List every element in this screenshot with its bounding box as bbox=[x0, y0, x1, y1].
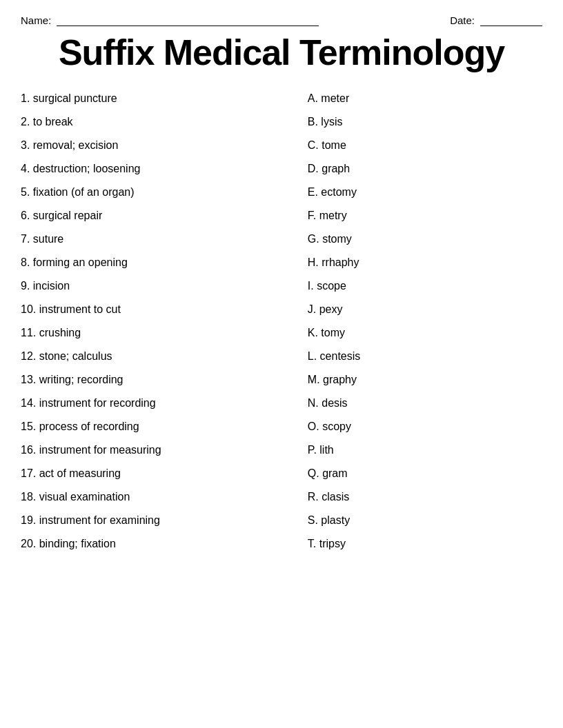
header: Name: Date: bbox=[21, 14, 542, 26]
clue-item: 1. surgical puncture bbox=[21, 87, 308, 110]
answer-item: R. clasis bbox=[308, 485, 542, 509]
clue-item: 3. removal; excision bbox=[21, 134, 308, 157]
answer-item: D. graph bbox=[308, 157, 542, 181]
name-underline bbox=[57, 14, 319, 26]
clue-item: 16. instrument for measuring bbox=[21, 438, 308, 462]
answer-item: A. meter bbox=[308, 87, 542, 110]
clue-item: 2. to break bbox=[21, 110, 308, 134]
answer-item: I. scope bbox=[308, 274, 542, 298]
clue-item: 12. stone; calculus bbox=[21, 345, 308, 368]
clues-column: 1. surgical puncture2. to break3. remova… bbox=[21, 87, 308, 556]
clue-item: 19. instrument for examining bbox=[21, 509, 308, 532]
answer-item: J. pexy bbox=[308, 298, 542, 321]
name-field: Name: bbox=[21, 14, 319, 26]
answer-item: S. plasty bbox=[308, 509, 542, 532]
date-field: Date: bbox=[450, 14, 542, 26]
clue-item: 9. incision bbox=[21, 274, 308, 298]
clue-item: 10. instrument to cut bbox=[21, 298, 308, 321]
main-content: 1. surgical puncture2. to break3. remova… bbox=[21, 87, 542, 556]
clue-item: 6. surgical repair bbox=[21, 204, 308, 228]
clue-item: 8. forming an opening bbox=[21, 251, 308, 274]
clue-item: 13. writing; recording bbox=[21, 368, 308, 392]
answer-item: P. lith bbox=[308, 438, 542, 462]
answer-item: C. tome bbox=[308, 134, 542, 157]
clue-item: 18. visual examination bbox=[21, 485, 308, 509]
answer-item: O. scopy bbox=[308, 415, 542, 438]
date-label: Date: bbox=[450, 14, 475, 26]
clue-item: 15. process of recording bbox=[21, 415, 308, 438]
answer-item: F. metry bbox=[308, 204, 542, 228]
answer-item: N. desis bbox=[308, 392, 542, 415]
clue-item: 5. fixation (of an organ) bbox=[21, 181, 308, 204]
clue-item: 4. destruction; loosening bbox=[21, 157, 308, 181]
clue-item: 11. crushing bbox=[21, 321, 308, 345]
answer-item: T. tripsy bbox=[308, 532, 542, 556]
answer-item: G. stomy bbox=[308, 228, 542, 251]
answer-item: B. lysis bbox=[308, 110, 542, 134]
clue-item: 17. act of measuring bbox=[21, 462, 308, 485]
name-label: Name: bbox=[21, 14, 51, 26]
answer-item: E. ectomy bbox=[308, 181, 542, 204]
answer-item: H. rrhaphy bbox=[308, 251, 542, 274]
clue-item: 7. suture bbox=[21, 228, 308, 251]
page-title: Suffix Medical Terminology bbox=[21, 32, 542, 73]
answers-column: A. meterB. lysisC. tomeD. graphE. ectomy… bbox=[308, 87, 542, 556]
answer-item: L. centesis bbox=[308, 345, 542, 368]
answer-item: M. graphy bbox=[308, 368, 542, 392]
answer-item: K. tomy bbox=[308, 321, 542, 345]
clue-item: 14. instrument for recording bbox=[21, 392, 308, 415]
clue-item: 20. binding; fixation bbox=[21, 532, 308, 556]
answer-item: Q. gram bbox=[308, 462, 542, 485]
date-underline bbox=[480, 14, 542, 26]
